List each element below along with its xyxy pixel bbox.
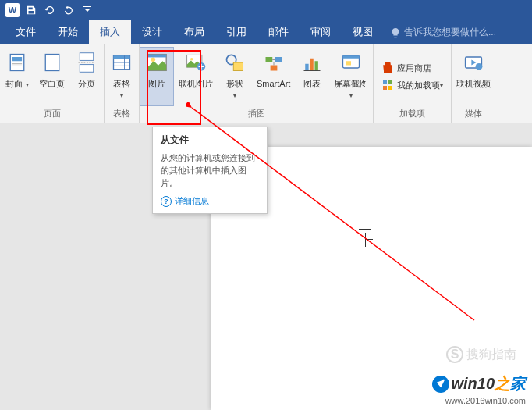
online-pictures-icon (183, 50, 208, 75)
cover-page-icon (5, 50, 30, 75)
tab-view[interactable]: 视图 (342, 20, 384, 44)
redo-icon[interactable] (61, 2, 76, 18)
group-media: 联机视频 媒体 (452, 44, 495, 123)
pictures-icon (144, 50, 169, 75)
watermark: S 搜狗指南 (446, 346, 516, 363)
group-pages: 封面 ▾ 空白页 分页 页面 (0, 44, 105, 123)
tab-insert[interactable]: 插入 (89, 20, 131, 44)
svg-rect-10 (114, 55, 130, 59)
svg-rect-6 (80, 53, 94, 61)
tab-references[interactable]: 引用 (215, 20, 257, 44)
svg-rect-27 (310, 59, 314, 71)
page-break-icon (74, 50, 99, 75)
svg-rect-36 (383, 86, 387, 90)
tell-me-label: 告诉我您想要做什么... (404, 26, 496, 39)
save-icon[interactable] (23, 2, 39, 18)
app-store-button[interactable]: 应用商店 (378, 59, 446, 77)
tab-file[interactable]: 文件 (5, 20, 47, 44)
screenshot-button[interactable]: 屏幕截图▾ (329, 47, 373, 106)
quick-access-toolbar: W (0, 0, 532, 20)
ribbon: 封面 ▾ 空白页 分页 页面 表格▾ 表格 图片 (0, 44, 532, 123)
online-pictures-button[interactable]: 联机图片 (174, 47, 218, 106)
svg-rect-1 (10, 55, 24, 71)
svg-rect-34 (383, 80, 387, 84)
shapes-icon (222, 50, 247, 75)
group-tables-label: 表格 (105, 106, 139, 121)
smartart-button[interactable]: SmartArt (252, 47, 295, 106)
tab-layout[interactable]: 布局 (173, 20, 215, 44)
svg-rect-2 (12, 57, 22, 61)
cover-page-button[interactable]: 封面 ▾ (0, 47, 34, 106)
svg-rect-32 (346, 61, 351, 65)
group-addins-label: 加载项 (374, 106, 451, 121)
tab-review[interactable]: 审阅 (300, 20, 342, 44)
blank-page-button[interactable]: 空白页 (34, 47, 69, 106)
svg-rect-17 (147, 55, 166, 58)
svg-rect-37 (388, 86, 392, 90)
branding-logo: win10之家 www.2016win10.com (432, 373, 526, 405)
store-icon (381, 62, 394, 74)
svg-rect-35 (388, 80, 392, 84)
chart-icon (300, 50, 325, 75)
smartart-icon (261, 50, 286, 75)
svg-point-0 (66, 6, 69, 9)
lightbulb-icon (390, 27, 401, 38)
addins-icon (381, 79, 394, 91)
svg-rect-31 (343, 55, 360, 59)
screenshot-icon (339, 50, 364, 75)
pictures-button[interactable]: 图片 (140, 47, 174, 106)
logo-ball-icon (432, 376, 449, 393)
screentip-description: 从您的计算机或您连接到的其他计算机中插入图片。 (161, 152, 259, 189)
blank-page-icon (40, 50, 65, 75)
svg-rect-25 (270, 66, 277, 71)
page-break-button[interactable]: 分页 (69, 47, 104, 106)
svg-rect-33 (384, 66, 392, 73)
table-icon (109, 50, 134, 75)
group-addins: 应用商店 我的加载项 ▾ 加载项 (374, 44, 452, 123)
screentip: 从文件 从您的计算机或您连接到的其他计算机中插入图片。 ? 详细信息 (152, 127, 268, 214)
watermark-icon: S (446, 346, 463, 363)
branding-url: www.2016win10.com (432, 396, 526, 405)
screentip-more-link[interactable]: ? 详细信息 (161, 195, 259, 207)
qat-customize-icon[interactable] (80, 2, 95, 18)
svg-point-39 (476, 63, 483, 70)
group-pages-label: 页面 (0, 106, 104, 121)
svg-rect-7 (80, 65, 94, 73)
svg-rect-26 (306, 64, 309, 71)
svg-rect-5 (45, 55, 59, 71)
svg-rect-22 (233, 62, 243, 71)
svg-point-16 (151, 57, 156, 62)
group-media-label: 媒体 (452, 106, 495, 121)
ribbon-tabs: 文件 开始 插入 设计 布局 引用 邮件 审阅 视图 告诉我您想要做什么... (0, 20, 532, 44)
text-cursor (365, 233, 366, 247)
group-illustrations-label: 插图 (140, 106, 373, 121)
group-tables: 表格▾ 表格 (105, 44, 140, 123)
shapes-button[interactable]: 形状▾ (218, 47, 252, 106)
svg-rect-23 (265, 57, 272, 62)
undo-icon[interactable] (42, 2, 58, 18)
screentip-title: 从文件 (161, 134, 259, 147)
tab-home[interactable]: 开始 (47, 20, 89, 44)
svg-rect-24 (275, 57, 282, 62)
word-app-icon[interactable]: W (5, 2, 20, 18)
online-video-icon (461, 50, 486, 75)
tell-me-search[interactable]: 告诉我您想要做什么... (384, 21, 502, 44)
chart-button[interactable]: 图表 (295, 47, 329, 106)
online-video-button[interactable]: 联机视频 (452, 47, 495, 106)
my-addins-button[interactable]: 我的加载项 ▾ (378, 77, 446, 94)
svg-rect-28 (315, 61, 318, 70)
tab-design[interactable]: 设计 (131, 20, 173, 44)
group-illustrations: 图片 联机图片 形状▾ SmartArt 图表 屏幕截图▾ (140, 44, 374, 123)
help-icon: ? (161, 196, 172, 207)
tab-mailings[interactable]: 邮件 (257, 20, 300, 44)
table-button[interactable]: 表格▾ (105, 47, 139, 106)
svg-point-19 (190, 58, 193, 61)
